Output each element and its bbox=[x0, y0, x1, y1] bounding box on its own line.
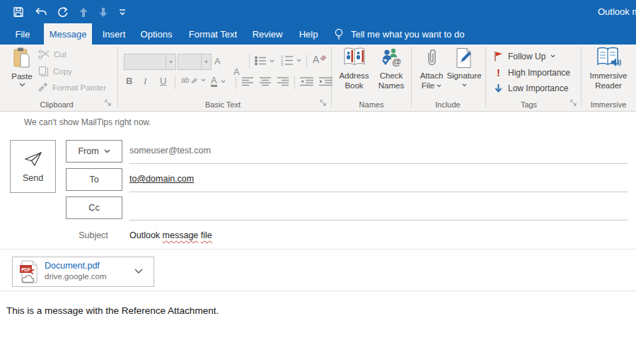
attach-file-label-1: Attach bbox=[420, 71, 444, 80]
clipboard-dialog-launcher-icon[interactable] bbox=[105, 100, 112, 107]
paste-dropdown-icon bbox=[19, 83, 25, 87]
immersive-reader-label-1: Immersive bbox=[589, 71, 627, 80]
nav-down-icon[interactable] bbox=[96, 5, 110, 19]
customize-qat-icon[interactable] bbox=[115, 5, 129, 19]
undo-icon[interactable] bbox=[34, 5, 48, 19]
attachment-source: drive.google.com bbox=[45, 272, 107, 281]
align-left-button[interactable] bbox=[242, 77, 254, 86]
font-size-combobox[interactable]: ▾ bbox=[178, 54, 212, 70]
subject-label: Subject bbox=[66, 230, 121, 240]
subject-word: Outlook bbox=[129, 230, 160, 240]
text-highlight-button[interactable]: ab bbox=[181, 76, 206, 84]
ribbon: Paste Cut Copy Format Paint bbox=[0, 45, 636, 112]
follow-up-label: Follow Up bbox=[508, 52, 545, 61]
tags-dialog-launcher-icon[interactable] bbox=[570, 100, 577, 107]
tab-review[interactable]: Review bbox=[248, 23, 287, 45]
grow-font-icon: A bbox=[214, 56, 221, 66]
attachment-area-divider bbox=[0, 249, 636, 249]
check-names-label-2: Names bbox=[378, 81, 404, 90]
nav-up-icon[interactable] bbox=[76, 5, 91, 19]
immersive-reader-icon bbox=[596, 47, 621, 68]
clear-formatting-button[interactable]: A bbox=[313, 54, 327, 64]
to-recipient[interactable]: to@domain.com bbox=[129, 174, 194, 184]
save-icon[interactable] bbox=[11, 5, 25, 19]
chevron-down-icon bbox=[462, 83, 467, 87]
lightbulb-icon bbox=[334, 28, 344, 41]
chevron-down-icon bbox=[104, 149, 110, 153]
cc-label: Cc bbox=[88, 203, 99, 213]
flag-icon bbox=[494, 51, 503, 61]
attach-file-button[interactable]: Attach File bbox=[415, 47, 449, 90]
font-color-button[interactable]: A bbox=[211, 76, 226, 87]
italic-button[interactable]: I bbox=[144, 76, 146, 87]
align-right-button[interactable] bbox=[277, 77, 289, 86]
tab-options[interactable]: Options bbox=[136, 23, 177, 45]
from-field-value[interactable]: someuser@test.com bbox=[129, 146, 211, 155]
chevron-down-icon bbox=[270, 59, 274, 63]
redo-icon[interactable] bbox=[55, 5, 69, 19]
attachment-filename[interactable]: Document.pdf bbox=[45, 261, 100, 271]
format-painter-button[interactable]: Format Painter bbox=[37, 82, 106, 93]
font-name-combobox[interactable]: ▾ bbox=[124, 54, 176, 70]
copy-button[interactable]: Copy bbox=[38, 66, 72, 77]
from-button[interactable]: From bbox=[66, 140, 122, 163]
format-painter-label: Format Painter bbox=[52, 83, 106, 92]
outlook-compose-window: Outlook m File Message Insert Options Fo… bbox=[0, 0, 636, 364]
underline-button[interactable]: U bbox=[160, 76, 166, 86]
follow-up-button[interactable]: Follow Up bbox=[494, 51, 555, 61]
small-divider bbox=[249, 54, 250, 69]
bold-button[interactable]: B bbox=[126, 76, 132, 86]
small-divider bbox=[294, 76, 295, 89]
paperclip-icon bbox=[424, 47, 439, 69]
immersive-reader-label-2: Reader bbox=[595, 81, 622, 90]
to-button[interactable]: To bbox=[66, 168, 122, 191]
address-book-button[interactable]: Address Book bbox=[335, 47, 374, 90]
send-plane-icon bbox=[23, 151, 43, 168]
tab-message[interactable]: Message bbox=[44, 23, 92, 45]
svg-text:3: 3 bbox=[281, 62, 283, 66]
check-names-icon: @ bbox=[381, 47, 402, 67]
signature-button[interactable]: Signature bbox=[446, 47, 482, 87]
svg-text:@: @ bbox=[392, 57, 401, 67]
decrease-indent-button[interactable] bbox=[300, 77, 314, 86]
bullets-button[interactable] bbox=[255, 56, 274, 66]
tab-file[interactable]: File bbox=[8, 23, 37, 45]
names-group-label: Names bbox=[333, 100, 410, 109]
align-center-button[interactable] bbox=[260, 77, 272, 86]
check-names-button[interactable]: @ Check Names bbox=[374, 47, 409, 90]
to-label: To bbox=[89, 175, 98, 184]
low-importance-button[interactable]: Low Importance bbox=[494, 83, 568, 93]
from-field-underline bbox=[129, 163, 628, 164]
chevron-down-icon bbox=[221, 80, 226, 83]
cut-button[interactable]: Cut bbox=[38, 49, 67, 59]
immersive-reader-button[interactable]: Immersive Reader bbox=[583, 47, 634, 90]
paste-label: Paste bbox=[11, 72, 32, 81]
paste-icon bbox=[12, 47, 32, 69]
subject-misspelled-word: message bbox=[163, 230, 199, 240]
attachment-card[interactable]: PDF Document.pdf drive.google.com bbox=[12, 257, 154, 287]
tab-insert[interactable]: Insert bbox=[96, 23, 132, 45]
tell-me-box[interactable]: Tell me what you want to do bbox=[334, 23, 464, 45]
small-divider bbox=[236, 76, 236, 89]
chevron-down-icon: ▾ bbox=[166, 54, 175, 69]
format-painter-icon bbox=[37, 82, 48, 93]
basic-text-dialog-launcher-icon[interactable] bbox=[320, 100, 327, 107]
high-importance-label: High Importance bbox=[508, 68, 570, 78]
message-body[interactable]: This is a message with the Reference Att… bbox=[6, 305, 219, 316]
cut-label: Cut bbox=[54, 50, 67, 59]
tab-format-text[interactable]: Format Text bbox=[185, 23, 241, 45]
immersive-group-label: Immersive bbox=[582, 100, 635, 109]
chevron-down-icon bbox=[201, 78, 206, 82]
cc-button[interactable]: Cc bbox=[66, 196, 122, 219]
subject-field[interactable]: Outlook message file bbox=[129, 230, 212, 240]
send-button[interactable]: Send bbox=[10, 140, 56, 193]
attachment-menu-chevron-icon[interactable] bbox=[134, 269, 143, 274]
tab-help[interactable]: Help bbox=[293, 23, 324, 45]
address-book-label-1: Address bbox=[339, 71, 369, 80]
increase-indent-button[interactable] bbox=[319, 77, 333, 86]
numbering-button[interactable]: 1 2 3 bbox=[281, 54, 301, 66]
paste-button[interactable]: Paste bbox=[6, 47, 38, 87]
tell-me-label: Tell me what you want to do bbox=[351, 29, 464, 40]
copy-icon bbox=[38, 66, 49, 77]
high-importance-button[interactable]: ! High Importance bbox=[494, 67, 570, 78]
